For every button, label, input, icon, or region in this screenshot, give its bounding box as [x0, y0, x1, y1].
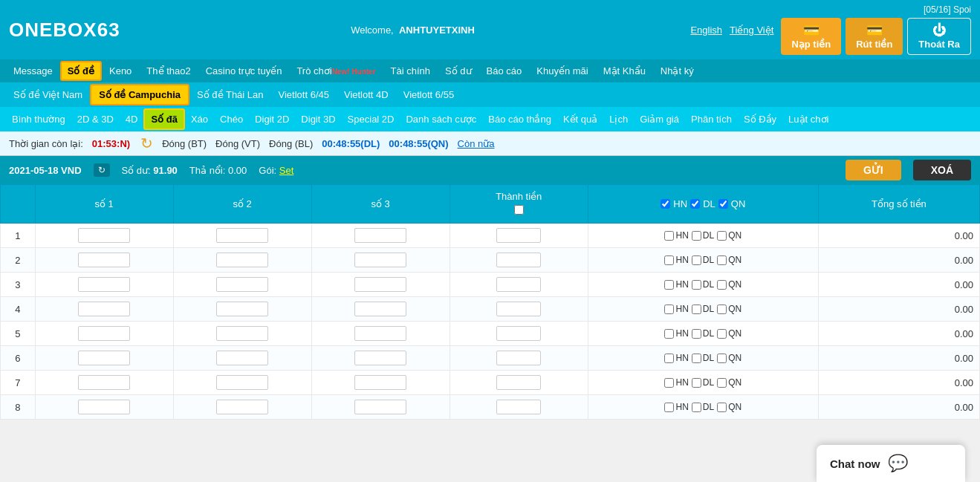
- so2-input-7[interactable]: [216, 400, 268, 414]
- rut-tien-button[interactable]: 💳 Rút tiền: [846, 18, 903, 55]
- subnav2-special2d[interactable]: Special 2D: [342, 110, 400, 128]
- con-nua-link[interactable]: Còn nữa: [458, 138, 495, 149]
- subnav2-digit3d[interactable]: Digit 3D: [295, 110, 341, 128]
- so1-input-7[interactable]: [78, 400, 130, 414]
- dl-checkbox-0[interactable]: [692, 231, 701, 241]
- refresh-button[interactable]: ↻: [94, 163, 110, 177]
- thanhtien-cell-2[interactable]: [450, 273, 588, 297]
- subnav1-thailand[interactable]: Số đề Thái Lan: [189, 85, 270, 104]
- so1-input-4[interactable]: [78, 326, 130, 341]
- qn-checkbox-6[interactable]: [717, 378, 727, 388]
- thanhtien-input-5[interactable]: [496, 351, 541, 365]
- so2-input-0[interactable]: [216, 228, 268, 243]
- thanhtien-input-7[interactable]: [496, 400, 541, 414]
- so3-cell-5[interactable]: [311, 346, 450, 371]
- so3-cell-7[interactable]: [311, 395, 450, 420]
- so2-input-3[interactable]: [216, 302, 268, 316]
- thanhtien-cell-5[interactable]: [450, 346, 588, 371]
- nav-khuyenmai[interactable]: Khuyến mãi: [529, 59, 595, 82]
- thanhtien-cell-7[interactable]: [450, 395, 588, 420]
- so3-cell-4[interactable]: [311, 322, 450, 346]
- subnav1-vietnam[interactable]: Số đề Việt Nam: [6, 85, 90, 104]
- lang-vi-btn[interactable]: Tiếng Việt: [730, 25, 773, 36]
- qn-checkbox-5[interactable]: [717, 354, 727, 363]
- thanhtien-cell-1[interactable]: [450, 248, 588, 273]
- so1-cell-4[interactable]: [35, 322, 173, 346]
- hn-checkbox-1[interactable]: [664, 255, 674, 265]
- so2-cell-0[interactable]: [173, 224, 311, 248]
- so2-input-2[interactable]: [216, 277, 268, 292]
- so1-input-2[interactable]: [78, 277, 130, 292]
- so1-cell-2[interactable]: [35, 273, 173, 297]
- so3-cell-3[interactable]: [311, 297, 450, 322]
- so2-cell-3[interactable]: [173, 297, 311, 322]
- so3-input-3[interactable]: [354, 302, 406, 316]
- dl-checkbox-4[interactable]: [692, 329, 701, 339]
- so3-cell-1[interactable]: [311, 248, 450, 273]
- hn-checkbox-4[interactable]: [664, 329, 674, 339]
- so3-input-5[interactable]: [354, 351, 406, 365]
- so1-input-1[interactable]: [78, 253, 130, 267]
- so1-input-0[interactable]: [78, 228, 130, 243]
- thanhtien-cell-4[interactable]: [450, 322, 588, 346]
- subnav2-digit2d[interactable]: Digit 2D: [249, 110, 295, 128]
- goi-set-link[interactable]: Set: [279, 165, 294, 176]
- subnav2-cheo[interactable]: Chéo: [214, 110, 249, 128]
- hn-header-checkbox[interactable]: [661, 199, 670, 209]
- qn-header-checkbox[interactable]: [718, 199, 728, 209]
- so2-cell-1[interactable]: [173, 248, 311, 273]
- subnav2-soda[interactable]: Số đã: [143, 108, 184, 130]
- qn-checkbox-3[interactable]: [717, 304, 727, 314]
- so3-input-6[interactable]: [354, 375, 406, 390]
- so1-cell-1[interactable]: [35, 248, 173, 273]
- nav-trochoi[interactable]: Trò chơiNew! Hunter: [289, 59, 383, 82]
- hn-checkbox-5[interactable]: [664, 354, 674, 363]
- nav-baocao[interactable]: Báo cáo: [479, 59, 530, 82]
- qn-checkbox-0[interactable]: [717, 231, 727, 241]
- hn-checkbox-0[interactable]: [664, 231, 674, 241]
- subnav2-luatchoi[interactable]: Luật chơi: [782, 110, 834, 128]
- nav-matkhau[interactable]: Mật Khẩu: [596, 59, 653, 82]
- so1-cell-3[interactable]: [35, 297, 173, 322]
- so1-input-5[interactable]: [78, 351, 130, 365]
- subnav1-vietlott4d[interactable]: Vietlott 4D: [337, 85, 396, 104]
- so1-cell-6[interactable]: [35, 371, 173, 395]
- so2-cell-5[interactable]: [173, 346, 311, 371]
- so1-input-6[interactable]: [78, 375, 130, 390]
- so1-input-3[interactable]: [78, 302, 130, 316]
- subnav1-vietlott655[interactable]: Vietlott 6/55: [396, 85, 461, 104]
- subnav1-campuchia[interactable]: Số đề Campuchia: [90, 84, 189, 105]
- thanhtien-input-2[interactable]: [496, 277, 541, 292]
- thanhtien-cell-3[interactable]: [450, 297, 588, 322]
- so2-cell-4[interactable]: [173, 322, 311, 346]
- dl-checkbox-7[interactable]: [692, 403, 701, 412]
- dl-header-checkbox[interactable]: [690, 199, 700, 209]
- nav-casino[interactable]: Casino trực tuyến: [198, 59, 290, 82]
- thanh-tien-checkbox[interactable]: [514, 205, 524, 215]
- subnav2-danhsach[interactable]: Danh sách cược: [400, 110, 482, 128]
- hn-checkbox-7[interactable]: [664, 403, 674, 412]
- xoa-button[interactable]: XOÁ: [913, 160, 971, 180]
- hn-checkbox-6[interactable]: [664, 378, 674, 388]
- thanhtien-input-1[interactable]: [496, 253, 541, 267]
- so3-input-4[interactable]: [354, 326, 406, 341]
- nav-message[interactable]: Message: [6, 59, 60, 82]
- so3-input-2[interactable]: [354, 277, 406, 292]
- dl-checkbox-6[interactable]: [692, 378, 701, 388]
- so3-cell-6[interactable]: [311, 371, 450, 395]
- so2-input-5[interactable]: [216, 351, 268, 365]
- so1-cell-5[interactable]: [35, 346, 173, 371]
- dl-checkbox-5[interactable]: [692, 354, 701, 363]
- so2-cell-7[interactable]: [173, 395, 311, 420]
- so2-input-6[interactable]: [216, 375, 268, 390]
- dl-checkbox-2[interactable]: [692, 280, 701, 290]
- so3-cell-0[interactable]: [311, 224, 450, 248]
- so2-cell-2[interactable]: [173, 273, 311, 297]
- subnav2-2d3d[interactable]: 2D & 3D: [71, 110, 120, 128]
- subnav2-xao[interactable]: Xáo: [185, 110, 214, 128]
- nav-taichinh[interactable]: Tài chính: [383, 59, 438, 82]
- subnav2-soday[interactable]: Số Đầy: [738, 110, 782, 128]
- nav-keno[interactable]: Keno: [102, 59, 139, 82]
- qn-checkbox-1[interactable]: [717, 255, 727, 265]
- so2-cell-6[interactable]: [173, 371, 311, 395]
